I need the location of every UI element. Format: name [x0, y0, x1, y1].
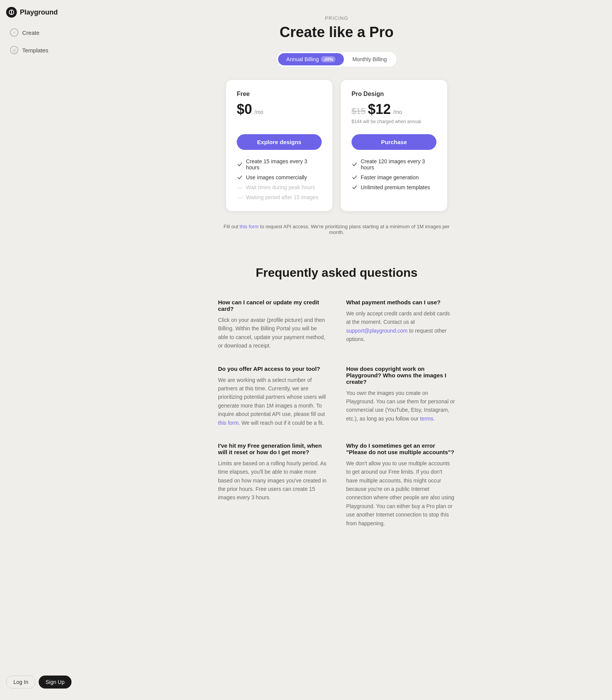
free-price-amount: $0 — [237, 101, 252, 117]
free-price-period: /mo — [254, 109, 263, 115]
free-plan-price: $0 /mo — [237, 101, 322, 117]
pro-check-icon-3 — [352, 184, 358, 190]
faq-grid: How can I cancel or update my credit car… — [218, 299, 455, 528]
free-price-note — [237, 119, 322, 126]
faq-question-1: How can I cancel or update my credit car… — [218, 299, 327, 312]
free-feature-3: — Wait times during peak hours — [237, 184, 322, 190]
free-feature-2-text: Use images commercially — [246, 174, 307, 180]
check-icon-2 — [237, 174, 243, 180]
faq-item-4: How does copyright work on Playground? W… — [346, 365, 455, 427]
faq-answer-4: You own the images you create on Playgro… — [346, 389, 455, 423]
faq-question-3: Do you offer API access to your tool? — [218, 365, 327, 372]
pro-feature-2-text: Faster image generation — [361, 174, 419, 180]
faq-item-2: What payment methods can I use? We only … — [346, 299, 455, 350]
dash-icon-2: — — [237, 194, 243, 200]
sidebar-item-templates-label: Templates — [22, 47, 48, 54]
free-feature-4: — Waiting period after 15 images — [237, 194, 322, 200]
pro-price-original: $15 — [352, 106, 366, 116]
pro-feature-3: Unlimited premium templates — [352, 184, 436, 190]
api-notice-rest: to request API access. We're prioritizin… — [259, 224, 449, 235]
faq-item-5: I've hit my Free generation limit, when … — [218, 442, 327, 528]
api-notice-text: Fill out — [223, 224, 239, 229]
annual-billing-label: Annual Billing — [286, 56, 319, 62]
api-notice: Fill out this form to request API access… — [218, 224, 455, 235]
create-icon: + — [10, 28, 18, 37]
faq-question-2: What payment methods can I use? — [346, 299, 455, 305]
pro-feature-list: Create 120 images every 3 hours Faster i… — [352, 158, 436, 190]
faq-section: Frequently asked questions How can I can… — [218, 258, 455, 528]
pro-feature-2: Faster image generation — [352, 174, 436, 180]
monthly-billing-label: Monthly Billing — [352, 56, 387, 62]
faq-answer-1: Click on your avatar (profile picture) a… — [218, 316, 327, 350]
sidebar-item-create-label: Create — [22, 29, 39, 36]
faq-item-3: Do you offer API access to your tool? We… — [218, 365, 327, 427]
pro-plan-price: $15 $12 /mo — [352, 101, 436, 117]
api-form-link[interactable]: this form — [218, 420, 239, 426]
faq-answer-3: We are working with a select number of p… — [218, 376, 327, 427]
pricing-label: PRICING — [218, 15, 455, 21]
pro-price-note: $144 will be charged when annual — [352, 119, 436, 126]
support-email-link[interactable]: support@playground.com — [346, 328, 408, 334]
pricing-section: PRICING Create like a Pro Annual Billing… — [218, 15, 455, 235]
annual-discount-badge: -20% — [321, 56, 335, 62]
faq-question-4: How does copyright work on Playground? W… — [346, 365, 455, 385]
free-plan-name: Free — [237, 91, 322, 97]
pro-check-icon-2 — [352, 174, 358, 180]
sidebar-item-create[interactable]: + Create — [6, 25, 70, 40]
toggle-container: Annual Billing -20% Monthly Billing — [276, 51, 397, 67]
sidebar-item-templates[interactable]: ◎ Templates — [6, 43, 70, 57]
pro-feature-3-text: Unlimited premium templates — [361, 184, 430, 190]
faq-title: Frequently asked questions — [218, 266, 455, 280]
free-feature-1: Create 15 images every 3 hours — [237, 158, 322, 171]
pro-feature-1: Create 120 images every 3 hours — [352, 158, 436, 171]
explore-designs-button[interactable]: Explore designs — [237, 134, 322, 150]
faq-question-5: I've hit my Free generation limit, when … — [218, 442, 327, 455]
faq-answer-3-before: We are working with a select number of p… — [218, 377, 326, 417]
faq-answer-4-after: . — [433, 416, 435, 422]
faq-answer-5: Limits are based on a rolling hourly per… — [218, 459, 327, 502]
faq-question-6: Why do I sometimes get an error "Please … — [346, 442, 455, 455]
pricing-cards: Free $0 /mo Explore designs Create 15 i — [218, 80, 455, 211]
pro-price-amount: $12 — [368, 101, 391, 117]
purchase-button[interactable]: Purchase — [352, 134, 436, 150]
free-feature-4-text: Waiting period after 15 images — [246, 194, 318, 200]
pro-plan-card: Pro Design $15 $12 /mo $144 will be char… — [340, 80, 448, 211]
pro-plan-name: Pro Design — [352, 91, 436, 97]
faq-answer-3-after: . We will reach out if it could be a fit… — [239, 420, 324, 426]
free-feature-2: Use images commercially — [237, 174, 322, 180]
terms-link[interactable]: terms — [420, 416, 433, 422]
free-feature-3-text: Wait times during peak hours — [246, 184, 315, 190]
faq-answer-6: We don't allow you to use multiple accou… — [346, 459, 455, 528]
free-feature-list: Create 15 images every 3 hours Use image… — [237, 158, 322, 200]
pro-price-period: /mo — [393, 109, 402, 115]
main-content: PRICING Create like a Pro Annual Billing… — [134, 0, 478, 700]
faq-item-1: How can I cancel or update my credit car… — [218, 299, 327, 350]
faq-item-6: Why do I sometimes get an error "Please … — [346, 442, 455, 528]
faq-answer-2-before: We only accept credit cards and debit ca… — [346, 310, 450, 325]
free-feature-1-text: Create 15 images every 3 hours — [246, 158, 322, 171]
monthly-billing-option[interactable]: Monthly Billing — [344, 53, 395, 65]
annual-billing-option[interactable]: Annual Billing -20% — [278, 53, 344, 65]
pricing-title: Create like a Pro — [218, 24, 455, 41]
billing-toggle: Annual Billing -20% Monthly Billing — [218, 51, 455, 67]
logo-icon — [6, 7, 17, 18]
auth-buttons: Log In Sign Up — [6, 676, 72, 689]
sidebar: Playground + Create ◎ Templates Log In S… — [0, 0, 76, 700]
api-notice-link[interactable]: this form — [239, 224, 259, 229]
signup-button[interactable]: Sign Up — [39, 676, 72, 689]
faq-answer-2: We only accept credit cards and debit ca… — [346, 309, 455, 344]
sidebar-logo-text: Playground — [20, 8, 58, 16]
dash-icon-1: — — [237, 184, 243, 190]
login-button[interactable]: Log In — [6, 676, 36, 689]
check-icon-1 — [237, 161, 243, 167]
sidebar-logo[interactable]: Playground — [6, 7, 70, 18]
faq-answer-4-before: You own the images you create on Playgro… — [346, 390, 455, 422]
free-plan-card: Free $0 /mo Explore designs Create 15 i — [226, 80, 333, 211]
pro-feature-1-text: Create 120 images every 3 hours — [361, 158, 436, 171]
templates-icon: ◎ — [10, 46, 18, 54]
pro-check-icon-1 — [352, 161, 358, 167]
